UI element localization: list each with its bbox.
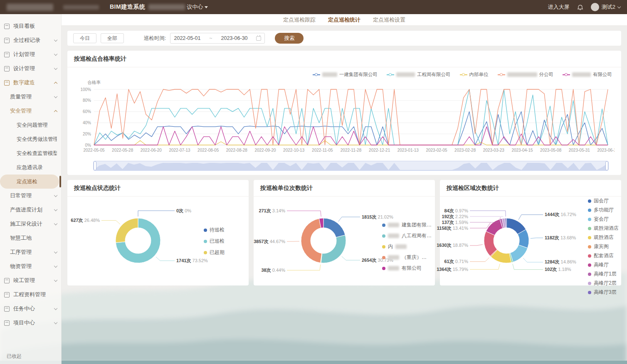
legend-item[interactable]: 已超期 [204, 249, 225, 256]
legend-item[interactable]: 配套酒店 [588, 252, 619, 259]
legend-item[interactable]: 分公司 [498, 71, 554, 78]
sidebar-item-设计管理[interactable]: 设计管理 [0, 61, 61, 76]
date-range-input[interactable]: 2022-05-01 ~ 2023-06-30 [170, 33, 265, 44]
datazoom-right-handle[interactable] [605, 161, 608, 170]
donut-data-label: 1364次 15.79% [437, 267, 468, 272]
project-name-suffix: 议中心 [187, 3, 203, 11]
sidebar-item-竣工管理[interactable]: 竣工管理 [0, 273, 61, 288]
legend-item[interactable]: 建集团有限… [382, 221, 432, 229]
donut-slice[interactable] [116, 218, 138, 243]
donut-data-label: 1284次 14.86% [545, 259, 576, 264]
legend-item[interactable]: 有限公司 [563, 71, 612, 78]
redacted-text [388, 255, 399, 260]
sidebar-item-日常管理[interactable]: 日常管理 [0, 189, 61, 203]
sidebar-item-label: 项目看板 [13, 22, 35, 30]
sidebar-item-应急通讯录[interactable]: 应急通讯录 [0, 160, 61, 175]
sidebar-item-工程资料管理[interactable]: 工程资料管理 [0, 288, 61, 302]
legend-item[interactable]: 高峰厅1层 [588, 271, 619, 278]
legend-item[interactable]: 工程局有限公司 [387, 71, 451, 78]
donut-data-label: 3857次 44.67% [254, 239, 285, 244]
label-leader-line [470, 216, 503, 217]
legend-item[interactable]: 国会厅 [588, 197, 619, 204]
legend-item[interactable]: 内部单位 [460, 71, 489, 78]
project-selector[interactable]: 议中心 [148, 3, 208, 11]
bell-icon[interactable] [577, 4, 583, 10]
today-filter-button[interactable]: 今日 [73, 33, 96, 43]
sidebar-item-全过程记录[interactable]: 全过程记录 [0, 33, 61, 47]
sidebar-item-数字建造[interactable]: 数字建造 [0, 76, 61, 90]
sidebar-item-安全问题管理[interactable]: 安全问题管理 [0, 118, 61, 132]
svg-text:80%: 80% [83, 98, 91, 103]
svg-text:2022-05-28: 2022-05-28 [112, 148, 133, 152]
legend-item[interactable]: 已巡检 [204, 238, 225, 245]
legend-dot [588, 199, 591, 203]
chevron-down-icon [54, 95, 57, 98]
user-menu[interactable]: 测试2 [591, 3, 620, 11]
legend-item[interactable]: 多功能厅 [588, 207, 619, 214]
sidebar-item-项目中心[interactable]: 项目中心 [0, 316, 61, 330]
datazoom-slider[interactable] [93, 161, 609, 171]
label-leader-line [470, 211, 506, 216]
legend-label: 八工程局有… [402, 232, 432, 239]
legend-item[interactable]: 康宾阁 [588, 243, 619, 250]
digital-build-icon [4, 80, 10, 86]
legend-item[interactable]: 观胜酒店 [588, 234, 619, 241]
legend-item[interactable]: 八工程局有… [382, 232, 432, 239]
sidebar-item-label: 安全检查监管模型 [17, 150, 57, 157]
legend-item[interactable]: 内 [382, 243, 432, 250]
company-logo [7, 4, 53, 11]
sidebar-item-任务中心[interactable]: 任务中心 [0, 302, 61, 316]
sidebar-item-项目看板[interactable]: 项目看板 [0, 19, 61, 33]
svg-text:2023-02-05: 2023-02-05 [426, 148, 447, 152]
unit-count-card: 按巡检单位次数统计 1815次 21.02%2654次 30.73%38次 0.… [254, 180, 435, 285]
legend-dot [588, 273, 591, 276]
sidebar-item-质量管理[interactable]: 质量管理 [0, 90, 61, 104]
avatar [591, 3, 599, 11]
project-icon [4, 320, 10, 326]
donut-data-label: 192次 2.22% [442, 214, 468, 219]
sidebar-item-工序管理[interactable]: 工序管理 [0, 245, 61, 259]
enter-big-screen-link[interactable]: 进入大屏 [548, 3, 570, 11]
donut-slice[interactable] [510, 245, 528, 262]
legend-item[interactable]: 有限公司 [382, 265, 432, 272]
legend-item[interactable]: 一建集团有限公司 [313, 71, 378, 78]
legend-label: 内部单位 [469, 71, 489, 78]
legend-item[interactable]: 观胜湖酒店 [588, 225, 619, 232]
tab-inspection-statistics[interactable]: 定点巡检统计 [328, 16, 360, 24]
legend-item[interactable]: 高峰厅 [588, 261, 619, 268]
donut-slice[interactable] [301, 219, 322, 263]
svg-text:20%: 20% [83, 132, 91, 136]
sidebar-item-安全优秀做法管理[interactable]: 安全优秀做法管理 [0, 132, 61, 146]
legend-item[interactable]: 宴会厅 [588, 216, 619, 223]
tab-inspection-tracking[interactable]: 定点巡检跟踪 [283, 16, 316, 24]
unit-count-donut-chart: 1815次 21.02%2654次 30.73%38次 0.44%3857次 4… [258, 197, 391, 284]
sidebar-item-定点巡检[interactable]: 定点巡检 [0, 175, 59, 189]
legend-item[interactable]: （重庆）… [382, 254, 432, 261]
sidebar-collapse-label[interactable]: 已收起 [7, 353, 22, 360]
redacted-text [388, 266, 399, 271]
sidebar-item-安全检查监管模型[interactable]: 安全检查监管模型 [0, 146, 61, 160]
donut-slice[interactable] [321, 235, 346, 263]
datazoom-left-handle[interactable] [94, 161, 96, 170]
legend-label: 宴会厅 [594, 216, 609, 223]
legend-label: 建集团有限… [402, 221, 432, 229]
legend-line-marker [313, 74, 320, 75]
point-status-legend: 待巡检已巡检已超期 [204, 226, 225, 256]
legend-item[interactable]: 高峰厅2层 [588, 280, 619, 287]
donut-slice[interactable] [323, 218, 345, 237]
line-series [94, 140, 608, 145]
main-area: 定点巡检跟踪 定点巡检统计 定点巡检设置 今日 全部 巡检时间: 2022-05… [62, 14, 627, 364]
sidebar-item-智慧工地[interactable]: 智慧工地 [0, 231, 61, 245]
svg-text:2023-05-08: 2023-05-08 [540, 148, 562, 152]
search-button[interactable]: 搜索 [275, 33, 304, 44]
sidebar-item-物资管理[interactable]: 物资管理 [0, 259, 61, 273]
legend-item[interactable]: 待巡检 [204, 226, 225, 234]
sidebar-item-产值进度计划[interactable]: 产值进度计划 [0, 203, 61, 217]
sidebar-item-安全管理[interactable]: 安全管理 [0, 104, 61, 118]
sidebar-item-施工深化设计[interactable]: 施工深化设计 [0, 217, 61, 231]
all-filter-button[interactable]: 全部 [101, 33, 124, 43]
legend-item[interactable]: 高峰厅3层 [588, 289, 619, 296]
sidebar-item-计划管理[interactable]: 计划管理 [0, 47, 61, 61]
legend-dot [382, 234, 385, 238]
tab-inspection-settings[interactable]: 定点巡检设置 [373, 16, 405, 24]
